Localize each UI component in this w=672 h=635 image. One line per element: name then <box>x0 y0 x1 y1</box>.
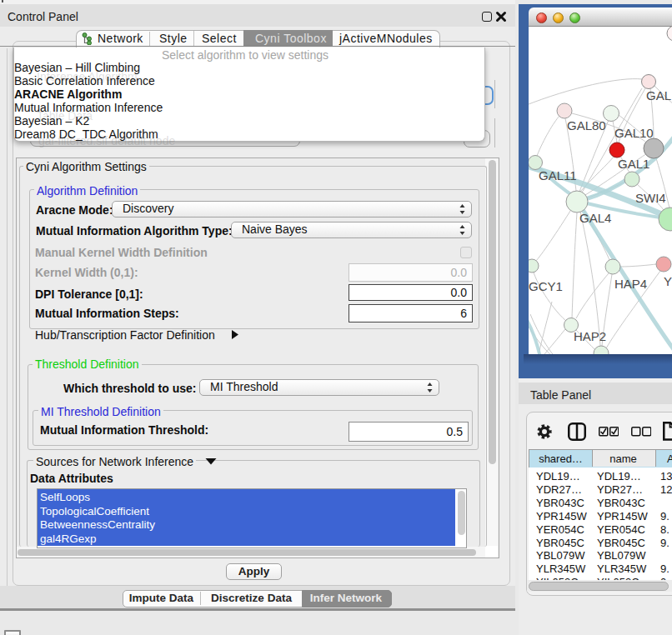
svg-text:GAL4: GAL4 <box>579 211 611 225</box>
svg-text:GCY1: GCY1 <box>529 279 563 293</box>
svg-text:HAP2: HAP2 <box>574 329 606 343</box>
svg-text:Y: Y <box>664 274 672 288</box>
svg-text:HAP4: HAP4 <box>614 277 647 291</box>
svg-text:SWI4: SWI4 <box>635 191 666 205</box>
svg-text:GAL1: GAL1 <box>618 157 649 171</box>
svg-text:GAL10: GAL10 <box>614 126 654 140</box>
svg-text:GAL: GAL <box>646 88 671 102</box>
svg-text:GAL80: GAL80 <box>567 118 606 132</box>
svg-text:GAL11: GAL11 <box>539 168 577 182</box>
